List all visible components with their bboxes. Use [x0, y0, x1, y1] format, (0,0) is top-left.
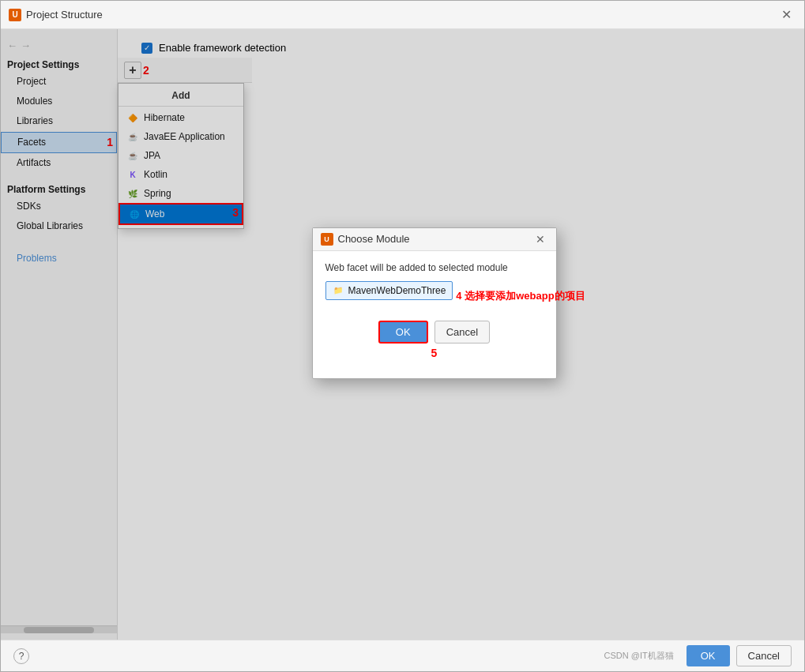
modal-app-icon: U	[321, 233, 333, 246]
choose-module-dialog: U Choose Module ✕ Web facet will be adde…	[312, 227, 557, 379]
modal-body: Web facet will be added to selected modu…	[313, 251, 556, 378]
modal-description: Web facet will be added to selected modu…	[325, 262, 544, 273]
module-icon: 📁	[333, 285, 344, 296]
annotation-5: 5	[325, 344, 544, 367]
module-name: MavenWebDemoThree	[348, 285, 446, 296]
annotation-4: 4 选择要添加webapp的项目	[456, 289, 585, 303]
window-title: Project Structure	[26, 9, 777, 21]
bottom-bar: ? CSDN @IT机器猫 OK Cancel	[1, 640, 804, 671]
modal-close-button[interactable]: ✕	[532, 233, 548, 246]
project-structure-window: U Project Structure ✕ ← → Project Settin…	[0, 0, 805, 672]
main-content: ← → Project Settings Project Modules Lib…	[1, 29, 804, 640]
bottom-cancel-button[interactable]: Cancel	[736, 645, 792, 666]
modal-ok-button[interactable]: OK	[378, 321, 428, 344]
modal-title: Choose Module	[338, 233, 528, 245]
bottom-right: OK Cancel	[687, 645, 792, 666]
modal-buttons: OK Cancel	[325, 321, 544, 344]
app-icon: U	[9, 9, 21, 21]
modal-overlay: U Choose Module ✕ Web facet will be adde…	[1, 29, 804, 640]
watermark: CSDN @IT机器猫	[29, 650, 687, 662]
modal-cancel-button[interactable]: Cancel	[434, 321, 490, 344]
bottom-ok-button[interactable]: OK	[687, 645, 730, 666]
modal-title-bar: U Choose Module ✕	[313, 228, 556, 251]
module-selection-row[interactable]: 📁 MavenWebDemoThree	[325, 281, 453, 300]
title-bar: U Project Structure ✕	[1, 1, 804, 29]
help-button[interactable]: ?	[13, 648, 29, 664]
bottom-left: ?	[13, 648, 29, 664]
close-button[interactable]: ✕	[777, 6, 796, 24]
